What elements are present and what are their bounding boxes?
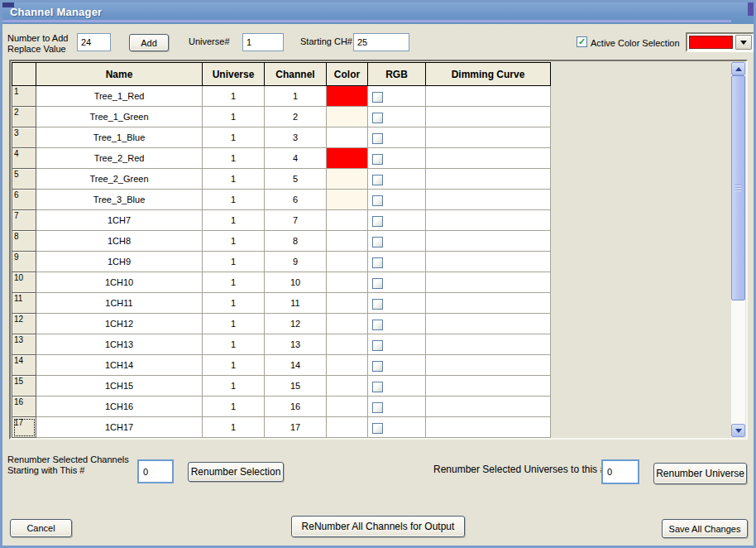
cell-name[interactable]: 1CH12 xyxy=(36,314,203,334)
cell-channel[interactable]: 7 xyxy=(265,210,327,231)
cell-rgb[interactable] xyxy=(368,355,426,376)
cell-dimming-curve[interactable] xyxy=(426,169,551,190)
rgb-checkbox[interactable] xyxy=(372,340,383,351)
cell-name[interactable]: 1CH8 xyxy=(36,231,203,252)
rgb-checkbox[interactable] xyxy=(372,402,383,413)
rgb-checkbox[interactable] xyxy=(372,113,383,123)
cell-color[interactable] xyxy=(327,376,368,397)
cell-name[interactable]: Tree_1_Green xyxy=(36,107,203,127)
cell-dimming-curve[interactable] xyxy=(426,355,551,376)
table-row[interactable]: 2 Tree_1_Green 1 2 xyxy=(12,107,551,127)
table-row[interactable]: 14 1CH14 1 14 xyxy=(12,355,551,376)
rgb-checkbox[interactable] xyxy=(372,382,383,392)
cell-dimming-curve[interactable] xyxy=(426,417,551,438)
cell-dimming-curve[interactable] xyxy=(426,148,551,169)
scroll-down-button[interactable] xyxy=(731,424,745,437)
cell-channel[interactable]: 15 xyxy=(265,376,327,397)
table-row[interactable]: 15 1CH15 1 15 xyxy=(12,376,551,397)
row-number[interactable]: 13 xyxy=(12,334,36,355)
cell-universe[interactable]: 1 xyxy=(203,210,265,231)
cell-universe[interactable]: 1 xyxy=(203,272,265,293)
cell-universe[interactable]: 1 xyxy=(203,231,265,252)
rgb-checkbox[interactable] xyxy=(372,216,383,227)
cell-universe[interactable]: 1 xyxy=(203,148,265,169)
cell-rgb[interactable] xyxy=(368,272,426,293)
rgb-checkbox[interactable] xyxy=(372,423,383,434)
scroll-up-button[interactable] xyxy=(731,62,745,75)
active-color-checkbox[interactable]: ✓ xyxy=(577,36,587,47)
row-number[interactable]: 10 xyxy=(12,272,36,293)
cell-dimming-curve[interactable] xyxy=(426,397,551,417)
cell-color[interactable] xyxy=(327,417,368,438)
row-number[interactable]: 4 xyxy=(12,148,36,169)
row-number[interactable]: 8 xyxy=(12,231,36,252)
cell-color[interactable] xyxy=(327,293,368,314)
cell-channel[interactable]: 12 xyxy=(265,314,327,334)
rgb-checkbox[interactable] xyxy=(372,257,383,268)
cell-dimming-curve[interactable] xyxy=(426,293,551,314)
cell-universe[interactable]: 1 xyxy=(203,107,265,127)
cell-color[interactable] xyxy=(327,127,368,148)
cell-color[interactable] xyxy=(327,148,368,169)
rgb-checkbox[interactable] xyxy=(372,92,383,103)
row-number[interactable]: 5 xyxy=(12,169,36,190)
cell-name[interactable]: 1CH11 xyxy=(36,293,203,314)
cell-name[interactable]: Tree_1_Red xyxy=(36,86,203,107)
cell-channel[interactable]: 5 xyxy=(265,169,327,190)
cell-color[interactable] xyxy=(327,169,368,190)
number-to-add-input[interactable] xyxy=(77,33,111,51)
table-row[interactable]: 8 1CH8 1 8 xyxy=(12,231,551,252)
rgb-checkbox[interactable] xyxy=(372,195,383,206)
cell-rgb[interactable] xyxy=(368,252,426,272)
cell-universe[interactable]: 1 xyxy=(203,397,265,417)
row-number[interactable]: 12 xyxy=(12,314,36,334)
cell-color[interactable] xyxy=(327,86,368,107)
cell-universe[interactable]: 1 xyxy=(203,417,265,438)
cell-color[interactable] xyxy=(327,210,368,231)
cell-dimming-curve[interactable] xyxy=(426,231,551,252)
table-row[interactable]: 1 Tree_1_Red 1 1 xyxy=(12,86,551,107)
cell-channel[interactable]: 9 xyxy=(265,252,327,272)
table-row[interactable]: 11 1CH11 1 11 xyxy=(12,293,551,314)
cell-color[interactable] xyxy=(327,397,368,417)
rgb-checkbox[interactable] xyxy=(372,299,383,310)
cell-name[interactable]: Tree_1_Blue xyxy=(36,127,203,148)
cell-name[interactable]: Tree_2_Green xyxy=(36,169,203,190)
renumber-channels-input[interactable] xyxy=(137,459,174,483)
starting-ch-input[interactable] xyxy=(353,33,409,51)
active-color-dropdown-button[interactable] xyxy=(735,35,752,50)
cell-color[interactable] xyxy=(327,272,368,293)
cell-channel[interactable]: 3 xyxy=(265,127,327,148)
cell-color[interactable] xyxy=(327,190,368,210)
cell-name[interactable]: Tree_3_Blue xyxy=(36,190,203,210)
cell-channel[interactable]: 13 xyxy=(265,334,327,355)
cell-dimming-curve[interactable] xyxy=(426,210,551,231)
cell-universe[interactable]: 1 xyxy=(203,334,265,355)
cell-dimming-curve[interactable] xyxy=(426,190,551,210)
header-universe[interactable]: Universe xyxy=(203,63,265,86)
renumber-universes-input[interactable] xyxy=(601,459,639,484)
vertical-scrollbar[interactable] xyxy=(731,62,745,437)
cell-dimming-curve[interactable] xyxy=(426,272,551,293)
cell-channel[interactable]: 14 xyxy=(265,355,327,376)
cell-name[interactable]: 1CH16 xyxy=(36,397,203,417)
rgb-checkbox[interactable] xyxy=(372,320,383,330)
header-rgb[interactable]: RGB xyxy=(368,63,426,86)
cell-dimming-curve[interactable] xyxy=(426,127,551,148)
cell-universe[interactable]: 1 xyxy=(203,252,265,272)
cell-rgb[interactable] xyxy=(368,169,426,190)
rgb-checkbox[interactable] xyxy=(372,154,383,165)
cell-universe[interactable]: 1 xyxy=(203,86,265,107)
cell-rgb[interactable] xyxy=(368,86,426,107)
cell-dimming-curve[interactable] xyxy=(426,376,551,397)
header-rownum[interactable] xyxy=(12,63,36,86)
cell-color[interactable] xyxy=(327,252,368,272)
renumber-selection-button[interactable]: Renumber Selection xyxy=(188,462,284,482)
cell-rgb[interactable] xyxy=(368,190,426,210)
cell-dimming-curve[interactable] xyxy=(426,334,551,355)
cell-rgb[interactable] xyxy=(368,107,426,127)
renumber-universe-button[interactable]: Renumber Universe xyxy=(653,463,747,484)
cell-universe[interactable]: 1 xyxy=(203,190,265,210)
header-channel[interactable]: Channel xyxy=(265,63,327,86)
table-row[interactable]: 12 1CH12 1 12 xyxy=(12,314,551,334)
